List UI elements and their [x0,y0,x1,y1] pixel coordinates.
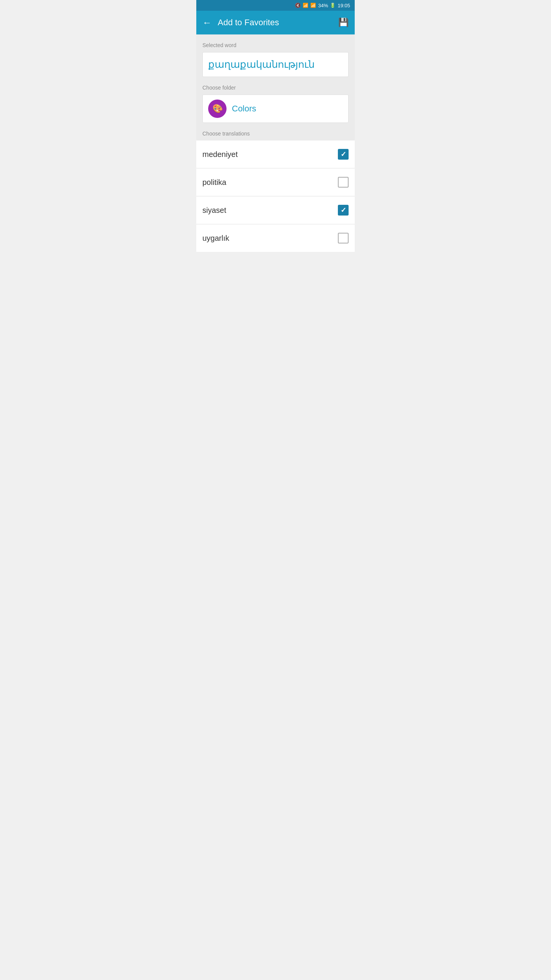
selected-word-label: Selected word [202,42,349,48]
app-bar: ← Add to Favorites 💾 [196,11,355,34]
selected-word-container: քաղաքականություն [202,52,349,77]
translation-word: uygarlık [202,234,229,243]
translation-word: siyaset [202,206,226,215]
folder-selector[interactable]: 🎨 Colors [202,95,349,123]
battery-text: 34% [318,3,328,8]
back-button[interactable]: ← [202,17,212,28]
folder-name: Colors [232,104,256,114]
translation-checkbox[interactable] [338,205,349,216]
battery-icon: 🔋 [330,3,336,8]
translation-item[interactable]: politika [196,168,355,196]
time-text: 19:05 [337,3,350,8]
translation-word: politika [202,178,226,187]
save-button[interactable]: 💾 [338,18,349,28]
translations-list: medeniyetpolitikasiyasetuygarlık [196,140,355,252]
translation-item[interactable]: uygarlık [196,224,355,252]
status-icons: 🔇 📶 📶 34% 🔋 19:05 [295,3,350,8]
translation-item[interactable]: siyaset [196,196,355,224]
selected-word-value: քաղաքականություն [208,59,315,70]
translation-checkbox[interactable] [338,177,349,188]
translation-word: medeniyet [202,150,238,159]
choose-folder-label: Choose folder [202,85,349,91]
status-bar: 🔇 📶 📶 34% 🔋 19:05 [196,0,355,11]
wifi-icon: 📶 [303,3,308,8]
mute-icon: 🔇 [295,3,301,8]
translation-item[interactable]: medeniyet [196,140,355,168]
translation-checkbox[interactable] [338,149,349,160]
choose-translations-label: Choose translations [202,131,349,140]
main-content: Selected word քաղաքականություն Choose fo… [196,34,355,140]
app-bar-left: ← Add to Favorites [202,17,279,28]
app-bar-title: Add to Favorites [218,18,279,28]
signal-icon: 📶 [310,3,316,8]
translation-checkbox[interactable] [338,233,349,243]
folder-icon-circle: 🎨 [208,100,227,118]
palette-icon: 🎨 [212,104,223,114]
